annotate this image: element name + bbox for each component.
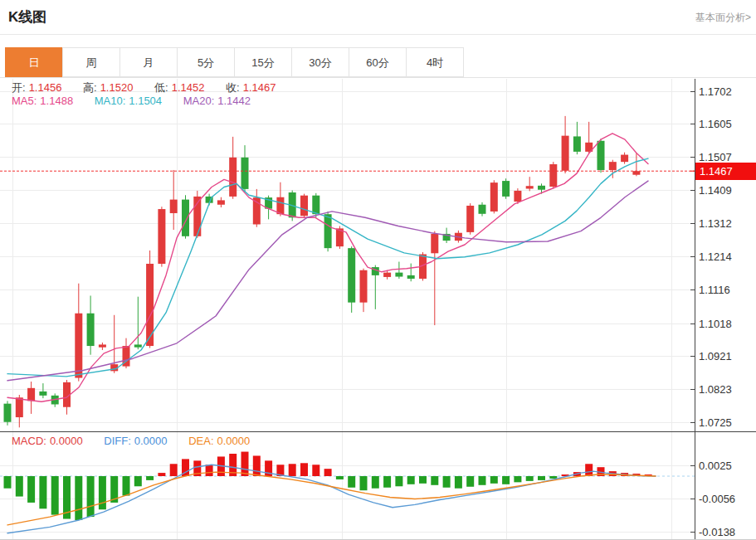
low-value: 1.1452 <box>172 81 205 94</box>
tab-5min[interactable]: 5分 <box>177 47 235 77</box>
tab-4hour[interactable]: 4时 <box>406 47 464 77</box>
period-tabbar: 日 周 月 5分 15分 30分 60分 4时 <box>6 47 464 77</box>
price-axis: 1.17021.16051.15071.14091.13121.12141.11… <box>0 79 756 539</box>
svg-text:1.1702: 1.1702 <box>699 85 732 98</box>
low-label: 低: <box>154 81 168 94</box>
diff-value: 0.0000 <box>134 435 168 447</box>
tab-15min[interactable]: 15分 <box>234 47 292 77</box>
svg-text:1.1018: 1.1018 <box>699 318 732 330</box>
ma20-line <box>7 181 648 381</box>
macd-label: MACD: <box>12 435 46 447</box>
fundamental-analysis-link[interactable]: 基本面分析> <box>695 11 751 25</box>
tab-month[interactable]: 月 <box>119 47 178 77</box>
svg-text:1.1409: 1.1409 <box>699 184 732 197</box>
ma20-value: 1.1442 <box>217 95 251 107</box>
ma5-label: MA5: <box>12 95 37 107</box>
svg-text:1.0725: 1.0725 <box>699 416 732 429</box>
tab-day[interactable]: 日 <box>5 47 63 77</box>
high-label: 高: <box>83 81 97 94</box>
ma-legend: MA5:1.1488 MA10:1.1504 MA20:1.1442 <box>12 95 254 107</box>
open-value: 1.1456 <box>29 81 62 94</box>
page-title: K线图 <box>8 7 46 27</box>
ma10-label: MA10: <box>95 95 126 107</box>
current-price-badge: 1.1467 <box>695 163 756 180</box>
svg-text:0.0025: 0.0025 <box>699 460 732 472</box>
tab-60min[interactable]: 60分 <box>349 47 407 77</box>
svg-text:1.0921: 1.0921 <box>699 350 732 362</box>
ma20-label: MA20: <box>183 95 215 107</box>
svg-text:1.1312: 1.1312 <box>699 217 732 230</box>
svg-text:-0.0138: -0.0138 <box>699 526 735 538</box>
title-separator <box>0 34 756 35</box>
svg-text:1.1116: 1.1116 <box>699 284 730 296</box>
kline-chart-canvas[interactable]: 1.17021.16051.15071.14091.13121.12141.11… <box>0 79 756 540</box>
macd-value: 0.0000 <box>50 435 83 447</box>
svg-text:1.0823: 1.0823 <box>699 383 732 396</box>
svg-text:1.1214: 1.1214 <box>699 251 732 263</box>
ma10-value: 1.1504 <box>129 95 162 107</box>
open-label: 开: <box>12 81 26 94</box>
ma10-line <box>7 158 648 377</box>
svg-text:-0.0056: -0.0056 <box>699 493 735 505</box>
macd-legend: MACD:0.0000 DIFF:0.0000 DEA:0.0000 <box>12 435 253 447</box>
ohlc-legend: 开:1.1456 高:1.1520 低:1.1452 收:1.1467 <box>12 80 279 95</box>
close-label: 收: <box>226 81 240 94</box>
close-value: 1.1467 <box>243 81 276 94</box>
high-value: 1.1520 <box>100 81 134 94</box>
diff-label: DIFF: <box>104 435 131 447</box>
ma5-value: 1.1488 <box>40 95 73 107</box>
tab-week[interactable]: 周 <box>62 47 120 77</box>
svg-text:1.1605: 1.1605 <box>699 118 732 130</box>
dea-value: 0.0000 <box>217 435 251 447</box>
candles-layer <box>4 116 641 427</box>
tab-30min[interactable]: 30分 <box>291 47 349 77</box>
dea-label: DEA: <box>188 435 213 447</box>
